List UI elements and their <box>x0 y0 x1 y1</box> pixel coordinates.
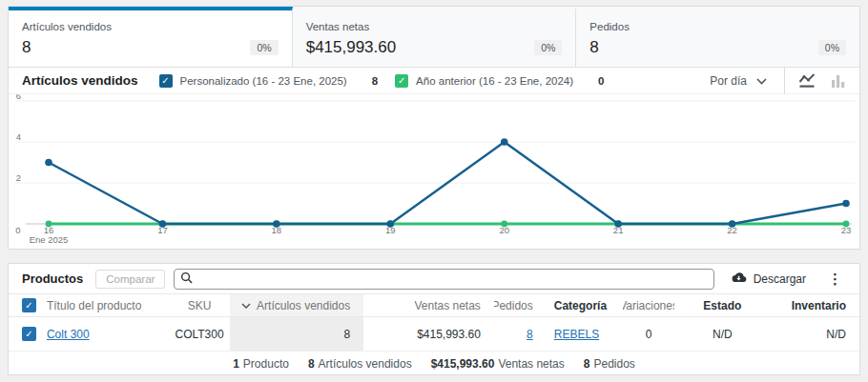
table-header-cell-sku[interactable]: SKU <box>169 294 231 316</box>
bar-chart-icon[interactable] <box>831 72 846 89</box>
category-link[interactable]: REBELS <box>554 328 599 341</box>
status-value: N/D <box>713 328 733 341</box>
summary-item: 8Pedidos <box>584 357 635 371</box>
stat-value: 8 <box>589 38 598 57</box>
interval-dropdown[interactable]: Por día <box>692 68 784 94</box>
table-header-cell-orders[interactable]: Pedidos <box>494 294 547 316</box>
table-cell-stock: N/D <box>770 317 859 351</box>
select-all-checkbox[interactable]: ✓ <box>22 298 36 312</box>
stat-value-row: 80% <box>22 38 279 61</box>
table-cell-items_sold: 8 <box>230 317 363 351</box>
table-cell-status: N/D <box>674 317 770 351</box>
stat-value: $415,993.60 <box>306 38 397 57</box>
stat-label: Artículos vendidos <box>22 18 279 32</box>
legend-value: 0 <box>598 75 604 87</box>
column-label: Artículos vendidos <box>257 299 350 312</box>
percent-change-badge: 0% <box>250 40 278 55</box>
orders-link[interactable]: 8 <box>527 328 533 341</box>
stat-card-1[interactable]: Ventas netas$415,993.600% <box>293 7 577 67</box>
legend-item-0[interactable]: ✓Personalizado (16 - 23 Ene, 2025)8 <box>159 74 379 88</box>
download-button[interactable]: Descargar <box>723 270 814 289</box>
stat-value-row: $415,993.600% <box>306 38 563 61</box>
table-cell-category: REBELS <box>547 317 623 351</box>
summary-stats-row: Artículos vendidos80%Ventas netas$415,99… <box>9 7 859 68</box>
summary-label: Producto <box>243 357 289 371</box>
summary-value: 8 <box>308 357 315 371</box>
summary-label: Pedidos <box>593 357 634 371</box>
legend-item-1[interactable]: ✓Año anterior (16 - 23 Ene, 2024)0 <box>395 74 604 88</box>
column-label: Categoría <box>554 299 607 312</box>
table-header-cell-stock: Inventario <box>770 294 859 316</box>
table-header-cell-net_sales[interactable]: Ventas netas <box>363 294 494 316</box>
table-cell-variations: 0 <box>623 317 675 351</box>
summary-item: $415,993.60Ventas netas <box>431 357 565 371</box>
chart-type-toggle <box>784 68 859 94</box>
interval-dropdown-label: Por día <box>710 74 747 88</box>
percent-change-badge: 0% <box>534 40 562 55</box>
table-header-cell-variations[interactable]: Variaciones <box>623 294 675 316</box>
chart-title: Artículos vendidos <box>22 73 138 88</box>
svg-text:6: 6 <box>16 94 21 101</box>
chart-svg: 024616Ene 202517181920212223 <box>9 94 859 250</box>
stat-card-0[interactable]: Artículos vendidos80% <box>9 7 293 67</box>
column-label: SKU <box>188 299 212 312</box>
legend-checkbox-icon[interactable]: ✓ <box>159 74 173 88</box>
sort-desc-icon <box>241 303 251 309</box>
compare-button[interactable]: Comparar <box>95 270 165 289</box>
products-title: Productos <box>22 271 83 286</box>
line-chart[interactable]: 024616Ene 202517181920212223 <box>9 94 859 253</box>
table-header-row: ✓Título del productoSKUArtículos vendido… <box>9 294 859 317</box>
table-cell-sku: COLT300 <box>169 317 231 351</box>
stat-value: 8 <box>22 38 31 57</box>
chart-legend: ✓Personalizado (16 - 23 Ene, 2025)8✓Año … <box>159 74 605 88</box>
table-summary-row: 1Producto8Artículos vendidos$415,993.60V… <box>9 352 859 375</box>
row-checkbox[interactable]: ✓ <box>22 327 36 341</box>
legend-checkbox-icon[interactable]: ✓ <box>395 74 408 88</box>
legend-label: Año anterior (16 - 23 Ene, 2024) <box>416 75 573 87</box>
percent-change-badge: 0% <box>818 40 846 55</box>
svg-text:0: 0 <box>15 225 20 235</box>
column-label: Inventario <box>792 299 846 312</box>
title-link[interactable]: Colt 300 <box>47 328 90 341</box>
chart-header: Artículos vendidos ✓Personalizado (16 - … <box>9 68 859 94</box>
table-row: ✓Colt 300COLT3008$415,993.608REBELS0N/DN… <box>9 317 859 352</box>
search-input[interactable] <box>197 271 707 288</box>
summary-label: Artículos vendidos <box>319 357 412 371</box>
table-header-cell-title[interactable]: Título del producto <box>39 294 169 316</box>
stat-card-2[interactable]: Pedidos80% <box>576 7 859 67</box>
net_sales-value: $415,993.60 <box>417 328 481 341</box>
kebab-menu-icon[interactable]: ⋮ <box>822 271 848 288</box>
stock-value: N/D <box>826 328 846 341</box>
chevron-down-icon <box>756 74 767 88</box>
table-header-cell-items_sold[interactable]: Artículos vendidos <box>230 294 363 316</box>
svg-text:Ene 2025: Ene 2025 <box>30 234 69 245</box>
summary-value: 1 <box>233 357 239 371</box>
download-button-label: Descargar <box>754 272 806 286</box>
table-header-cell-status: Estado <box>674 294 770 316</box>
summary-value: $415,993.60 <box>431 357 495 371</box>
svg-text:4: 4 <box>16 131 21 142</box>
svg-text:2: 2 <box>16 172 21 183</box>
stat-label: Pedidos <box>589 18 846 32</box>
table-header-cell-category: Categoría <box>547 294 623 316</box>
row-checkbox-cell: ✓ <box>9 317 39 351</box>
column-label: Estado <box>703 299 741 312</box>
items_sold-value: 8 <box>343 328 350 341</box>
cloud-download-icon <box>731 271 747 287</box>
summary-label: Ventas netas <box>498 357 564 371</box>
analytics-chart-panel: Artículos vendidos80%Ventas netas$415,99… <box>8 6 860 250</box>
search-box[interactable] <box>174 269 713 290</box>
legend-label: Personalizado (16 - 23 Ene, 2025) <box>180 75 347 87</box>
summary-item: 8Artículos vendidos <box>308 357 412 371</box>
table-header-cell-checkbox: ✓ <box>9 294 39 316</box>
table-cell-net_sales: $415,993.60 <box>363 317 494 351</box>
column-label: Ventas netas <box>414 299 480 312</box>
table-cell-orders: 8 <box>494 317 547 351</box>
stat-value-row: 80% <box>589 38 846 61</box>
search-icon <box>180 271 193 288</box>
products-toolbar: Productos Comparar Descargar ⋮ <box>9 264 859 294</box>
summary-item: 1Producto <box>233 357 289 371</box>
line-chart-icon[interactable] <box>798 72 816 89</box>
products-table: ✓Título del productoSKUArtículos vendido… <box>9 294 859 375</box>
legend-value: 8 <box>372 75 378 87</box>
